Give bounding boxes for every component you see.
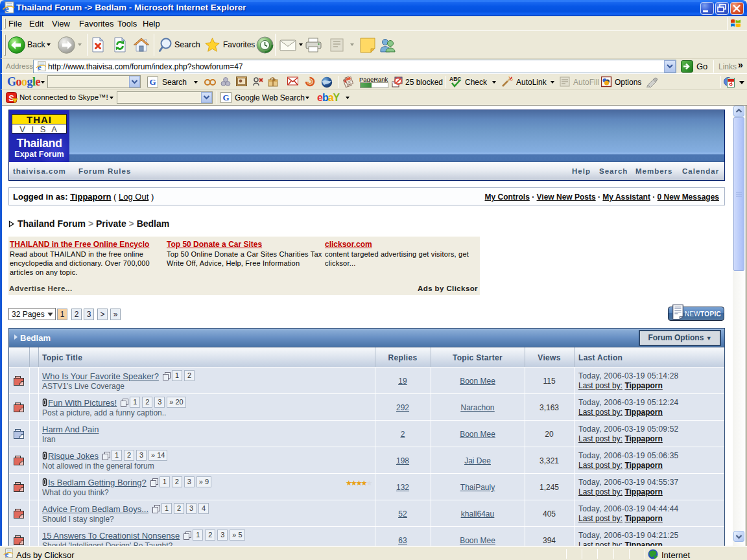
- svg-text:e: e: [5, 3, 9, 14]
- svg-text:e: e: [38, 63, 42, 72]
- svg-text:S: S: [8, 93, 14, 103]
- svg-text:G: G: [222, 93, 229, 102]
- svg-text:G: G: [149, 77, 156, 87]
- svg-text:e: e: [5, 550, 9, 559]
